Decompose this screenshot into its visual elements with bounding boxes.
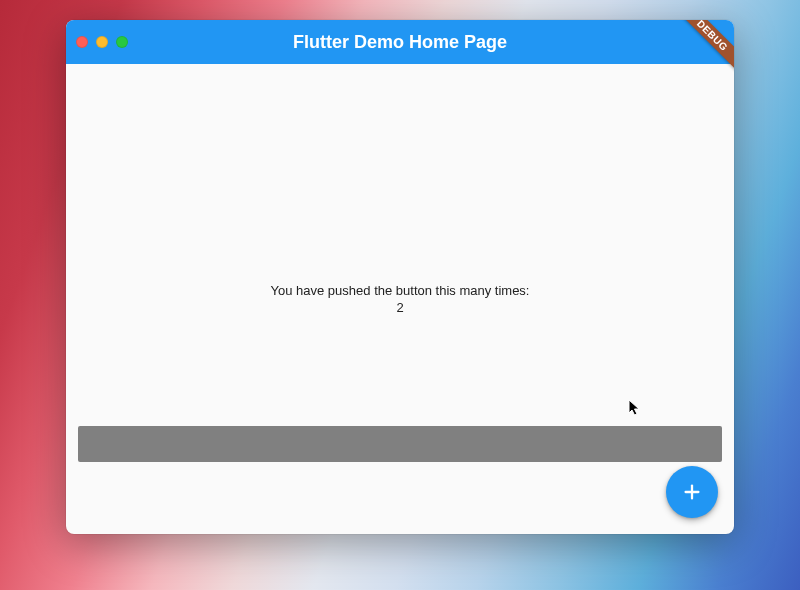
maximize-window-button[interactable] bbox=[116, 36, 128, 48]
app-titlebar: Flutter Demo Home Page DEBUG bbox=[66, 20, 734, 64]
increment-fab[interactable] bbox=[666, 466, 718, 518]
window-controls bbox=[76, 36, 128, 48]
close-window-button[interactable] bbox=[76, 36, 88, 48]
bottom-bar[interactable] bbox=[78, 426, 722, 462]
app-body: You have pushed the button this many tim… bbox=[66, 64, 734, 534]
counter-value: 2 bbox=[396, 300, 403, 315]
plus-icon bbox=[681, 481, 703, 503]
app-title: Flutter Demo Home Page bbox=[293, 32, 507, 53]
minimize-window-button[interactable] bbox=[96, 36, 108, 48]
counter-label: You have pushed the button this many tim… bbox=[271, 283, 530, 298]
app-window: Flutter Demo Home Page DEBUG You have pu… bbox=[66, 20, 734, 534]
